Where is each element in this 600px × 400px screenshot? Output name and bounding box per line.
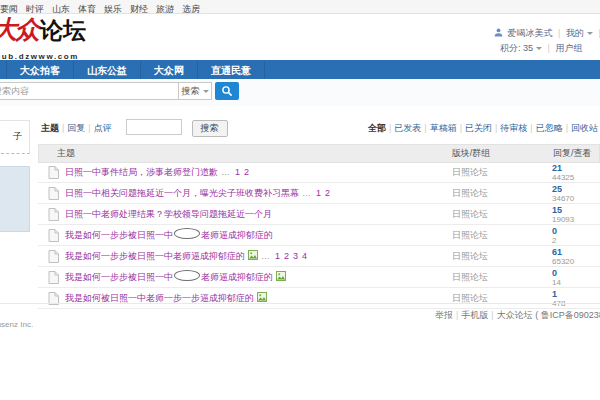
- page-number-link[interactable]: 2: [325, 188, 330, 198]
- thread-board-link[interactable]: 日照论坛: [430, 288, 510, 308]
- forum-page: 要闻时评山东体育娱乐财经旅游选房 大众论坛 club.dzwww.com 爱喝冰…: [0, 0, 600, 400]
- thread-file-icon: [48, 207, 59, 225]
- chevron-down-icon: [203, 90, 209, 93]
- reply-count[interactable]: 0: [552, 269, 561, 278]
- thread-counts: 1519093: [552, 206, 574, 224]
- top-nav-link[interactable]: 选房: [182, 4, 200, 14]
- search-input[interactable]: [0, 82, 179, 100]
- footer-link[interactable]: 举报: [435, 310, 453, 320]
- status-filter-link[interactable]: 已忽略: [536, 123, 563, 133]
- page-number-link[interactable]: 4: [302, 251, 307, 261]
- search-button[interactable]: [215, 82, 239, 100]
- thread-title-cell: 日照一中事件结局，涉事老师登门道歉…12: [65, 162, 251, 182]
- thread-board-link[interactable]: 日照论坛: [430, 225, 510, 245]
- main-nav-item[interactable]: 大众拍客: [6, 61, 74, 80]
- thread-counts: 014: [552, 269, 561, 287]
- top-nav-link[interactable]: 旅游: [156, 4, 174, 14]
- sidebar-panel-upper: 子: [0, 120, 30, 154]
- thread-row: 我是如何一步步被日照一中老师逼成抑郁症的…1234日照论坛6165320: [38, 246, 600, 267]
- thread-board-link[interactable]: 日照论坛: [430, 204, 510, 224]
- main-nav-item[interactable]: 直通民意: [198, 61, 265, 80]
- page-number-link[interactable]: 1: [316, 188, 321, 198]
- credits-link[interactable]: 积分: 35: [500, 43, 542, 53]
- thread-board-link[interactable]: 日照论坛: [430, 267, 510, 287]
- reply-count[interactable]: 0: [552, 227, 557, 236]
- top-nav-link[interactable]: 时评: [26, 4, 44, 14]
- thread-title-link[interactable]: 我是如何一步步被日照一中老师逼成抑郁症的: [65, 230, 273, 240]
- filter-link[interactable]: 点评: [94, 123, 112, 133]
- page-number-link[interactable]: 1: [275, 251, 280, 261]
- username-link[interactable]: 爱喝冰美式: [508, 28, 553, 38]
- thread-title-link[interactable]: 日照一中老师处理结果？学校领导问题拖延近一个月: [65, 209, 272, 219]
- image-attachment-icon: [276, 268, 286, 288]
- usergroup-link[interactable]: 用户组: [555, 43, 582, 53]
- filter-link[interactable]: 主题: [41, 123, 59, 133]
- status-filter-link[interactable]: 全部: [368, 123, 386, 133]
- thread-board-link[interactable]: 日照论坛: [430, 246, 510, 266]
- copyright-credit: omsenz Inc.: [0, 320, 33, 329]
- status-filter-link[interactable]: 待审核: [500, 123, 527, 133]
- sidebar-panel-lower: [0, 166, 30, 232]
- thread-file-icon: [48, 186, 59, 204]
- top-nav-link[interactable]: 娱乐: [104, 4, 122, 14]
- thread-title-link[interactable]: 日照一中事件结局，涉事老师登门道歉: [65, 167, 218, 177]
- footer-divider: [0, 303, 600, 304]
- thread-title-link[interactable]: 我是如何一步步被日照一中老师逼成抑郁症的: [65, 272, 273, 282]
- reply-count[interactable]: 1: [552, 290, 565, 299]
- column-header-replies: 回复/查看: [553, 145, 592, 162]
- thread-row: 日照一中相关问题拖延近一个月，曝光尖子班收费补习黑幕…12日照论坛2534670: [38, 183, 600, 204]
- thread-row: 我是如何一步步被日照一中老师逼成抑郁症的日照论坛02: [38, 225, 600, 246]
- reply-count[interactable]: 15: [552, 206, 574, 215]
- separator: |: [558, 28, 560, 38]
- chevron-down-icon: [536, 47, 542, 50]
- view-count: 14: [552, 278, 561, 287]
- table-header: 主题 版块/群组 回复/查看: [38, 144, 600, 163]
- image-attachment-icon: [257, 289, 267, 309]
- site-header: 大众论坛 club.dzwww.com 爱喝冰美式 | 我的 | 设置 | 消息…: [0, 14, 600, 60]
- thread-list-panel: 主题|回复|点评 搜索 全部|已发表|草稿箱|已关闭|待审核|已忽略|回收站 主…: [38, 114, 600, 306]
- thread-search-button[interactable]: 搜索: [192, 120, 228, 137]
- main-nav-item[interactable]: 大众网: [141, 61, 198, 80]
- page-number-link[interactable]: 1: [235, 167, 240, 177]
- footer-link[interactable]: 手机版: [461, 310, 488, 320]
- thread-title-link[interactable]: 我是如何一步步被日照一中老师逼成抑郁症的: [65, 251, 245, 261]
- thread-row: 我是如何一步步被日照一中老师逼成抑郁症的日照论坛014: [38, 267, 600, 288]
- status-filter-link[interactable]: 已发表: [394, 123, 421, 133]
- status-filter-link[interactable]: 草稿箱: [430, 123, 457, 133]
- my-menu-label: 我的: [566, 28, 584, 38]
- top-nav-link[interactable]: 财经: [130, 4, 148, 14]
- thread-board-link[interactable]: 日照论坛: [430, 162, 510, 182]
- page-number-link[interactable]: 3: [293, 251, 298, 261]
- thread-board-link[interactable]: 日照论坛: [430, 183, 510, 203]
- status-filter-link[interactable]: 已关闭: [465, 123, 492, 133]
- separator: |: [460, 123, 462, 133]
- reply-count[interactable]: 61: [552, 248, 574, 257]
- thread-title-link[interactable]: 我是如何被日照一中老师一步一步逼成抑郁症的: [65, 293, 254, 303]
- image-attachment-icon: [248, 247, 258, 267]
- separator: |: [456, 310, 458, 320]
- separator: |: [62, 123, 64, 133]
- status-filter-link[interactable]: 回收站: [571, 123, 598, 133]
- sidebar-item-label[interactable]: 子: [13, 130, 22, 143]
- main-nav-item[interactable]: 山东公益: [74, 61, 141, 80]
- page-number-link[interactable]: 2: [244, 167, 249, 177]
- top-nav-link[interactable]: 山东: [52, 4, 70, 14]
- logo-suffix: 论坛: [40, 17, 86, 43]
- search-scope-select[interactable]: 搜索: [178, 82, 212, 100]
- thread-title-link[interactable]: 日照一中相关问题拖延近一个月，曝光尖子班收费补习黑幕: [65, 188, 299, 198]
- top-nav-link[interactable]: 体育: [78, 4, 96, 14]
- status-filter-links: 全部|已发表|草稿箱|已关闭|待审核|已忽略|回收站: [368, 120, 598, 136]
- page-number-link[interactable]: 2: [284, 251, 289, 261]
- thread-rows: 日照一中事件结局，涉事老师登门道歉…12日照论坛2144325日照一中相关问题拖…: [38, 162, 600, 309]
- thread-search-input[interactable]: [126, 119, 182, 135]
- reply-count[interactable]: 25: [552, 185, 574, 194]
- reply-count[interactable]: 21: [552, 164, 574, 173]
- thread-counts: 1478: [552, 290, 565, 308]
- thread-title-cell: 日照一中相关问题拖延近一个月，曝光尖子班收费补习黑幕…12: [65, 183, 332, 203]
- top-nav-link[interactable]: 要闻: [0, 4, 18, 14]
- my-menu[interactable]: 我的: [566, 28, 593, 38]
- view-count: 34670: [552, 194, 574, 203]
- filter-link[interactable]: 回复: [67, 123, 85, 133]
- redaction-oval: [174, 228, 200, 239]
- column-header-board: 版块/群组: [431, 145, 511, 162]
